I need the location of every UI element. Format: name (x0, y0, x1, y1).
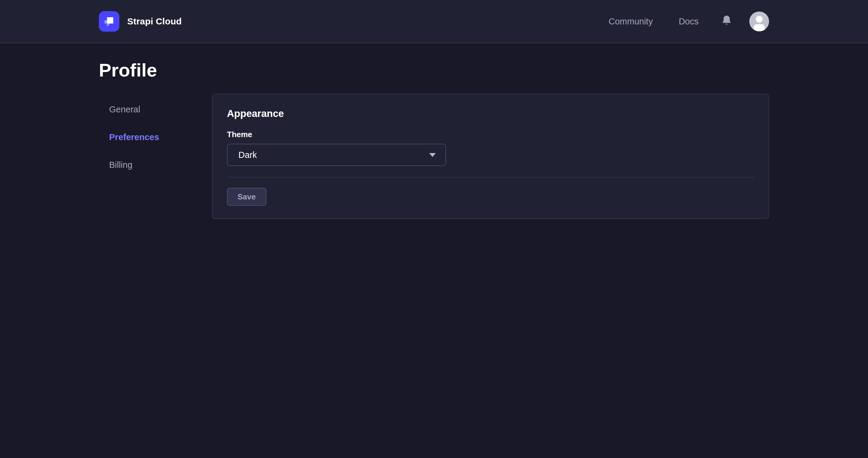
sidebar-item-general[interactable]: General (99, 96, 212, 123)
top-navbar: Strapi Cloud Community Docs (0, 0, 868, 43)
theme-selected-value: Dark (239, 150, 257, 160)
nav-link-docs[interactable]: Docs (679, 17, 699, 27)
chevron-down-icon (429, 153, 436, 157)
brand-name: Strapi Cloud (127, 16, 182, 27)
sidebar-item-preferences[interactable]: Preferences (99, 123, 212, 151)
user-menu-button[interactable] (749, 11, 769, 31)
header-nav: Community Docs (609, 11, 769, 31)
user-avatar-icon (749, 11, 769, 31)
brand-home-link[interactable]: Strapi Cloud (99, 11, 182, 32)
appearance-card-title: Appearance (227, 107, 754, 120)
profile-section-nav: General Preferences Billing (99, 94, 212, 179)
page-title: Profile (99, 60, 769, 80)
theme-field-label: Theme (227, 130, 754, 139)
theme-select[interactable]: Dark (227, 144, 446, 166)
sidebar-item-billing[interactable]: Billing (99, 151, 212, 179)
card-divider (227, 177, 754, 177)
save-button[interactable]: Save (227, 188, 267, 206)
appearance-card: Appearance Theme Dark Save (212, 94, 769, 219)
strapi-logo-icon (99, 11, 119, 32)
nav-link-community[interactable]: Community (609, 17, 653, 27)
bell-icon (721, 15, 733, 28)
profile-page: Profile General Preferences Billing Appe… (0, 43, 868, 219)
notifications-button[interactable] (721, 15, 733, 28)
